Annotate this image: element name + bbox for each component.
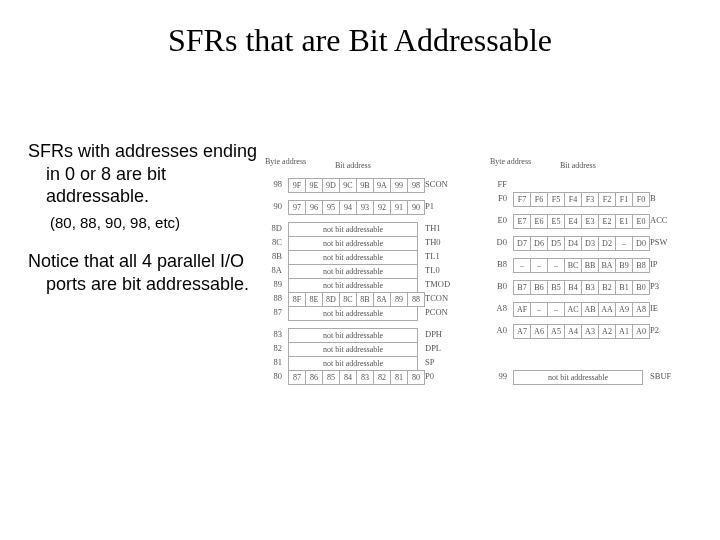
bit-cells: B7B6B5B4B3B2B1B0	[513, 280, 650, 295]
byte-address: B0	[493, 282, 507, 291]
bit-cell: D4	[565, 237, 582, 250]
bit-cell: F4	[565, 193, 582, 206]
bit-cell: AF	[514, 303, 531, 316]
bit-cell: 87	[289, 371, 306, 384]
register-name: IE	[650, 304, 658, 313]
bit-cell: 84	[340, 371, 357, 384]
bit-cell: 86	[306, 371, 323, 384]
byte-address: A0	[493, 326, 507, 335]
bit-cells: 8F8E8D8C8B8A8988	[288, 292, 425, 307]
sfr-row: 808786858483828180P0	[265, 370, 485, 384]
bit-cell: D6	[531, 237, 548, 250]
body-sub-example: (80, 88, 90, 98, etc)	[28, 214, 273, 233]
bit-cell: F1	[616, 193, 633, 206]
bit-cell: –	[616, 237, 633, 250]
not-bit-addressable-cell: not bit addressable	[288, 306, 418, 321]
bit-cells: –––BCBBBAB9B8	[513, 258, 650, 273]
register-name: PCON	[425, 308, 448, 317]
bit-cell: 88	[408, 293, 425, 306]
bit-cell: B8	[633, 259, 650, 272]
bit-cell: 9C	[340, 179, 357, 192]
bit-cell: 9E	[306, 179, 323, 192]
byte-address: 83	[268, 330, 282, 339]
byte-address: 98	[268, 180, 282, 189]
bit-cell: A0	[633, 325, 650, 338]
register-name: P1	[425, 202, 434, 211]
not-bit-addressable-cell: not bit addressable	[288, 236, 418, 251]
sfr-row: 82not bit addressableDPL	[265, 342, 485, 356]
bit-cell: AB	[582, 303, 599, 316]
not-bit-addressable-cell: not bit addressable	[513, 370, 643, 385]
byte-address: 89	[268, 280, 282, 289]
bit-cell: –	[548, 259, 565, 272]
bit-cell: 9B	[357, 179, 374, 192]
bit-cell: BA	[599, 259, 616, 272]
bit-cells: F7F6F5F4F3F2F1F0	[513, 192, 650, 207]
bit-cell: AC	[565, 303, 582, 316]
bit-cells: E7E6E5E4E3E2E1E0	[513, 214, 650, 229]
not-bit-addressable-cell: not bit addressable	[288, 264, 418, 279]
register-name: DPL	[425, 344, 441, 353]
bit-cell: AA	[599, 303, 616, 316]
right-header-bit: Bit address	[560, 162, 596, 170]
register-name: TMOD	[425, 280, 450, 289]
sfr-row: 89not bit addressableTMOD	[265, 278, 485, 292]
register-name: TL0	[425, 266, 440, 275]
bit-cells: D7D6D5D4D3D2–D0	[513, 236, 650, 251]
byte-address: 81	[268, 358, 282, 367]
register-name: PSW	[650, 238, 667, 247]
sfr-row: FF	[490, 178, 710, 192]
bit-cell: BB	[582, 259, 599, 272]
bit-cells: AF––ACABAAA9A8	[513, 302, 650, 317]
bit-cell: B4	[565, 281, 582, 294]
bit-cells: 9F9E9D9C9B9A9998	[288, 178, 425, 193]
bit-cell: B5	[548, 281, 565, 294]
bit-cell: F2	[599, 193, 616, 206]
register-name: P0	[425, 372, 434, 381]
byte-address: 82	[268, 344, 282, 353]
bit-cell: 90	[408, 201, 425, 214]
byte-address: F0	[493, 194, 507, 203]
bit-cell: B9	[616, 259, 633, 272]
sfr-row: A0A7A6A5A4A3A2A1A0P2	[490, 324, 710, 338]
byte-address: FF	[493, 180, 507, 189]
body-paragraph-2: Notice that all 4 parallel I/O ports are…	[28, 250, 273, 295]
byte-address: 80	[268, 372, 282, 381]
bit-cells: 8786858483828180	[288, 370, 425, 385]
bit-cell: E3	[582, 215, 599, 228]
sfr-row: 87not bit addressablePCON	[265, 306, 485, 320]
bit-cell: –	[531, 259, 548, 272]
bit-cell: E5	[548, 215, 565, 228]
bit-cell: 80	[408, 371, 425, 384]
sfr-row: 8Dnot bit addressableTH1	[265, 222, 485, 236]
bit-cell: 8D	[323, 293, 340, 306]
byte-address: 8D	[268, 224, 282, 233]
bit-cell: 93	[357, 201, 374, 214]
bit-cell: A1	[616, 325, 633, 338]
bit-cell: F5	[548, 193, 565, 206]
bit-cell: A8	[633, 303, 650, 316]
bit-cell: E1	[616, 215, 633, 228]
bit-cell: E6	[531, 215, 548, 228]
byte-address: 8B	[268, 252, 282, 261]
register-name: IP	[650, 260, 658, 269]
bit-cells: 9796959493929190	[288, 200, 425, 215]
bit-cell: F3	[582, 193, 599, 206]
bit-cell: A9	[616, 303, 633, 316]
right-header-byte: Byte address	[490, 158, 531, 166]
bit-cell: F7	[514, 193, 531, 206]
register-name: SBUF	[650, 372, 671, 381]
bit-cell: D7	[514, 237, 531, 250]
slide-title: SFRs that are Bit Addressable	[0, 22, 720, 59]
bit-cell: 81	[391, 371, 408, 384]
bit-cell: A3	[582, 325, 599, 338]
bit-cell: –	[531, 303, 548, 316]
bit-cell: B6	[531, 281, 548, 294]
bit-cell: B3	[582, 281, 599, 294]
byte-address: 8C	[268, 238, 282, 247]
sfr-row: 909796959493929190P1	[265, 200, 485, 214]
sfr-row: B0B7B6B5B4B3B2B1B0P3	[490, 280, 710, 294]
bit-cell: F6	[531, 193, 548, 206]
bit-cell: D0	[633, 237, 650, 250]
register-name: SCON	[425, 180, 448, 189]
